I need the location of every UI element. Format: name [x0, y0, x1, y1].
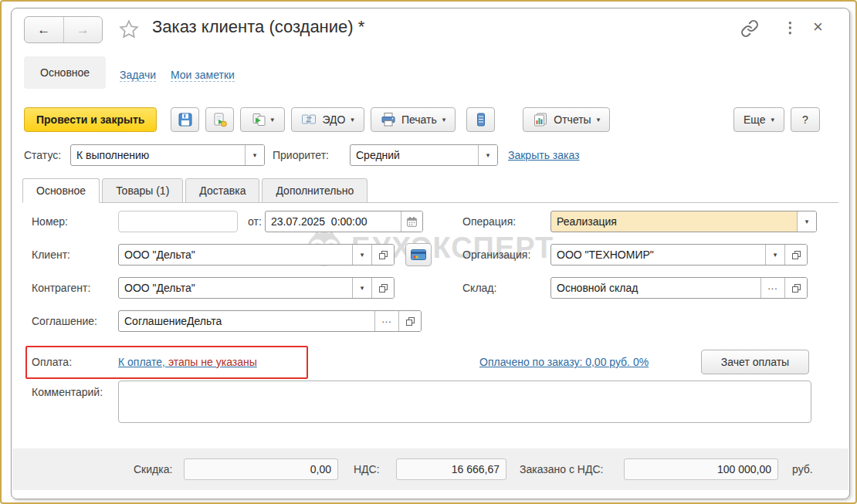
report-chart-icon — [533, 112, 548, 127]
agreement-input[interactable] — [119, 311, 374, 331]
star-icon — [118, 19, 140, 40]
payment-terms-link[interactable]: К оплате, этапы не указаны — [118, 356, 257, 368]
operation-dropdown-button[interactable]: ▾ — [797, 211, 816, 232]
more-actions-button[interactable]: Еще ▾ — [733, 107, 784, 132]
dropdown-caret-icon: ▾ — [774, 252, 777, 259]
dropdown-caret-icon: ▾ — [805, 218, 809, 225]
back-button[interactable]: ← — [25, 17, 64, 42]
paid-amount-link[interactable]: Оплачено по заказу: 0,00 руб. 0% — [479, 356, 649, 368]
form-tab-goods[interactable]: Товары (1) — [102, 178, 183, 203]
nav-tab-main[interactable]: Основное — [24, 56, 106, 89]
open-form-icon — [792, 251, 801, 259]
link-icon — [740, 19, 759, 38]
organization-field: ▾ — [550, 244, 808, 266]
total-with-vat-label: Заказано с НДС: — [520, 463, 603, 475]
printer-icon — [381, 112, 396, 127]
client-dropdown-button[interactable]: ▾ — [352, 245, 371, 265]
dropdown-caret-icon: ▾ — [253, 152, 257, 159]
warehouse-open-button[interactable] — [784, 278, 807, 298]
nav-tab-notes[interactable]: Мои заметки — [171, 69, 235, 82]
status-label: Статус: — [24, 149, 61, 161]
currency-label: руб. — [792, 463, 813, 475]
warehouse-choose-button[interactable]: ... — [760, 278, 784, 298]
payment-offset-button[interactable]: Зачет оплаты — [701, 350, 809, 374]
priority-label: Приоритет: — [273, 149, 329, 161]
save-button[interactable] — [171, 107, 199, 132]
discount-value: 0,00 — [184, 458, 338, 480]
payment-terms-link-red: этапы не указаны — [165, 356, 257, 368]
edo-label: ЭДО — [322, 113, 345, 126]
nav-tab-tasks[interactable]: Задачи — [120, 69, 156, 82]
credit-card-icon — [411, 249, 426, 260]
form-tab-main[interactable]: Основное — [22, 178, 100, 203]
agreement-choose-button[interactable]: ... — [374, 311, 398, 331]
dropdown-caret-icon: ▾ — [271, 117, 275, 123]
create-based-on-icon — [252, 112, 267, 127]
priority-dropdown-button[interactable]: ▾ — [478, 145, 497, 165]
client-payment-card-button[interactable] — [405, 243, 432, 266]
priority-select: ▾ — [350, 144, 498, 166]
reports-label: Отчеты — [554, 113, 591, 126]
get-link-button[interactable] — [740, 19, 759, 40]
counterparty-dropdown-button[interactable]: ▾ — [352, 278, 371, 298]
comment-label: Комментарий: — [32, 386, 103, 398]
comment-textarea[interactable] — [118, 381, 811, 423]
warehouse-label: Склад: — [462, 282, 496, 294]
counterparty-input[interactable] — [119, 278, 352, 298]
organization-open-button[interactable] — [784, 245, 807, 265]
order-window: БУХЭКСПЕРТ ← → Заказ клиента (создание) … — [11, 8, 850, 499]
post-document-icon — [212, 112, 228, 127]
priority-input[interactable] — [351, 145, 478, 165]
organization-input[interactable] — [551, 245, 765, 265]
dropdown-caret-icon: ▾ — [597, 117, 601, 123]
post-and-close-button[interactable]: Провести и закрыть — [24, 107, 157, 132]
edo-button[interactable]: ЭДО ▾ — [291, 107, 364, 132]
close-order-link[interactable]: Закрыть заказ — [508, 149, 580, 161]
form-tab-delivery[interactable]: Доставка — [185, 178, 259, 203]
payment-label: Оплата: — [32, 356, 72, 368]
close-icon: × — [813, 17, 823, 36]
nav-tab-main-label: Основное — [40, 66, 90, 79]
history-nav-group: ← → — [24, 16, 103, 43]
form-tab-additional[interactable]: Дополнительно — [262, 178, 368, 203]
more-label: Еще — [744, 113, 766, 126]
agreement-open-button[interactable] — [398, 311, 421, 331]
agreement-label: Соглашение: — [32, 315, 97, 327]
client-input[interactable] — [119, 245, 352, 265]
client-open-button[interactable] — [371, 245, 394, 265]
totals-strip: Скидка: 0,00 НДС: 16 666,67 Заказано с Н… — [12, 448, 849, 490]
print-button[interactable]: Печать ▾ — [371, 107, 456, 132]
screenshot-frame: БУХЭКСПЕРТ ← → Заказ клиента (создание) … — [0, 0, 857, 504]
registers-button[interactable] — [466, 107, 495, 132]
number-input[interactable] — [118, 211, 238, 232]
kebab-dots-icon: ⋮ — [783, 19, 798, 36]
status-input[interactable] — [71, 145, 245, 165]
organization-dropdown-button[interactable]: ▾ — [765, 245, 784, 265]
discount-label: Скидка: — [134, 463, 172, 475]
counterparty-open-button[interactable] — [371, 278, 394, 298]
counterparty-label: Контрагент: — [32, 282, 90, 294]
number-label: Номер: — [32, 215, 68, 228]
warehouse-input[interactable] — [551, 278, 760, 298]
reports-button[interactable]: Отчеты ▾ — [523, 107, 610, 132]
client-field: ▾ — [118, 244, 395, 266]
print-label: Печать — [401, 113, 437, 126]
status-dropdown-button[interactable]: ▾ — [245, 145, 264, 165]
open-form-icon — [792, 284, 801, 293]
date-input[interactable] — [266, 211, 401, 232]
open-form-icon — [406, 317, 415, 326]
calendar-button[interactable] — [401, 211, 422, 232]
help-button[interactable]: ? — [791, 107, 820, 132]
operation-select: ▾ — [550, 211, 817, 232]
dropdown-caret-icon: ▾ — [486, 152, 490, 159]
post-document-button[interactable] — [205, 107, 234, 132]
close-window-button[interactable]: × — [813, 19, 823, 36]
vat-value: 16 666,67 — [396, 458, 506, 480]
more-menu-button[interactable]: ⋮ — [783, 20, 798, 35]
organization-label: Организация: — [462, 249, 530, 261]
create-based-on-button[interactable]: ▾ — [240, 107, 285, 132]
dropdown-caret-icon: ▾ — [442, 117, 446, 123]
operation-input[interactable] — [551, 211, 797, 232]
forward-button[interactable]: → — [64, 17, 103, 42]
favorite-star-button[interactable] — [118, 19, 140, 43]
